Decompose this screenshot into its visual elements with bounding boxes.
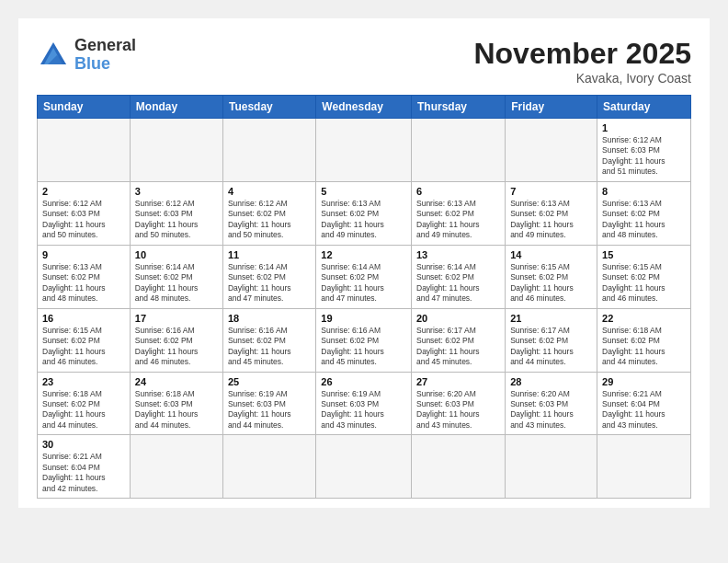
calendar-table: Sunday Monday Tuesday Wednesday Thursday… — [37, 95, 691, 499]
day-19: 19 Sunrise: 6:16 AMSunset: 6:02 PMDaylig… — [316, 308, 412, 372]
day-26: 26 Sunrise: 6:19 AMSunset: 6:03 PMDaylig… — [316, 372, 412, 435]
month-title: November 2025 — [473, 37, 691, 71]
day-28: 28 Sunrise: 6:20 AMSunset: 6:03 PMDaylig… — [506, 372, 597, 435]
day-1: 1 Sunrise: 6:12 AMSunset: 6:03 PMDayligh… — [597, 119, 691, 182]
day-4: 4 Sunrise: 6:12 AMSunset: 6:02 PMDayligh… — [222, 181, 315, 245]
day-10: 10 Sunrise: 6:14 AMSunset: 6:02 PMDaylig… — [130, 245, 222, 308]
day-7: 7 Sunrise: 6:13 AMSunset: 6:02 PMDayligh… — [506, 181, 597, 245]
day-24: 24 Sunrise: 6:18 AMSunset: 6:03 PMDaylig… — [130, 372, 222, 435]
empty-cell — [597, 435, 691, 499]
header: General Blue November 2025 Kavaka, Ivory… — [37, 37, 691, 86]
day-15: 15 Sunrise: 6:15 AMSunset: 6:02 PMDaylig… — [597, 245, 691, 308]
day-18: 18 Sunrise: 6:16 AMSunset: 6:02 PMDaylig… — [222, 308, 315, 372]
empty-cell — [130, 435, 222, 499]
empty-cell — [316, 435, 412, 499]
day-8: 8 Sunrise: 6:13 AMSunset: 6:02 PMDayligh… — [597, 181, 691, 245]
empty-cell — [506, 435, 597, 499]
empty-cell — [412, 119, 506, 182]
header-tuesday: Tuesday — [222, 96, 315, 119]
day-17: 17 Sunrise: 6:16 AMSunset: 6:02 PMDaylig… — [130, 308, 222, 372]
day-16: 16 Sunrise: 6:15 AMSunset: 6:02 PMDaylig… — [38, 308, 131, 372]
header-thursday: Thursday — [412, 96, 506, 119]
day-2: 2 Sunrise: 6:12 AMSunset: 6:03 PMDayligh… — [38, 181, 131, 245]
weekday-header-row: Sunday Monday Tuesday Wednesday Thursday… — [38, 96, 691, 119]
week-row-1: 1 Sunrise: 6:12 AMSunset: 6:03 PMDayligh… — [38, 119, 691, 182]
day-20: 20 Sunrise: 6:17 AMSunset: 6:02 PMDaylig… — [412, 308, 506, 372]
week-row-3: 9 Sunrise: 6:13 AMSunset: 6:02 PMDayligh… — [38, 245, 691, 308]
calendar-page: General Blue November 2025 Kavaka, Ivory… — [18, 18, 710, 508]
empty-cell — [130, 119, 222, 182]
day-23: 23 Sunrise: 6:18 AMSunset: 6:02 PMDaylig… — [38, 372, 131, 435]
empty-cell — [506, 119, 597, 182]
day-25: 25 Sunrise: 6:19 AMSunset: 6:03 PMDaylig… — [222, 372, 315, 435]
empty-cell — [412, 435, 506, 499]
week-row-5: 23 Sunrise: 6:18 AMSunset: 6:02 PMDaylig… — [38, 372, 691, 435]
header-wednesday: Wednesday — [316, 96, 412, 119]
empty-cell — [222, 435, 315, 499]
day-29: 29 Sunrise: 6:21 AMSunset: 6:04 PMDaylig… — [597, 372, 691, 435]
empty-cell — [316, 119, 412, 182]
day-13: 13 Sunrise: 6:14 AMSunset: 6:02 PMDaylig… — [412, 245, 506, 308]
week-row-4: 16 Sunrise: 6:15 AMSunset: 6:02 PMDaylig… — [38, 308, 691, 372]
title-block: November 2025 Kavaka, Ivory Coast — [473, 37, 691, 86]
day-14: 14 Sunrise: 6:15 AMSunset: 6:02 PMDaylig… — [506, 245, 597, 308]
day-9: 9 Sunrise: 6:13 AMSunset: 6:02 PMDayligh… — [38, 245, 131, 308]
empty-cell — [222, 119, 315, 182]
day-6: 6 Sunrise: 6:13 AMSunset: 6:02 PMDayligh… — [412, 181, 506, 245]
week-row-2: 2 Sunrise: 6:12 AMSunset: 6:03 PMDayligh… — [38, 181, 691, 245]
day-5: 5 Sunrise: 6:13 AMSunset: 6:02 PMDayligh… — [316, 181, 412, 245]
empty-cell — [38, 119, 131, 182]
header-monday: Monday — [130, 96, 222, 119]
day-11: 11 Sunrise: 6:14 AMSunset: 6:02 PMDaylig… — [222, 245, 315, 308]
logo: General Blue — [37, 37, 136, 74]
day-27: 27 Sunrise: 6:20 AMSunset: 6:03 PMDaylig… — [412, 372, 506, 435]
day-3: 3 Sunrise: 6:12 AMSunset: 6:03 PMDayligh… — [130, 181, 222, 245]
day-30: 30 Sunrise: 6:21 AMSunset: 6:04 PMDaylig… — [38, 435, 131, 499]
day-21: 21 Sunrise: 6:17 AMSunset: 6:02 PMDaylig… — [506, 308, 597, 372]
header-sunday: Sunday — [38, 96, 131, 119]
location: Kavaka, Ivory Coast — [473, 71, 691, 86]
day-22: 22 Sunrise: 6:18 AMSunset: 6:02 PMDaylig… — [597, 308, 691, 372]
logo-icon — [37, 39, 70, 72]
header-saturday: Saturday — [597, 96, 691, 119]
logo-text: General Blue — [74, 37, 136, 74]
header-friday: Friday — [506, 96, 597, 119]
week-row-6: 30 Sunrise: 6:21 AMSunset: 6:04 PMDaylig… — [38, 435, 691, 499]
day-12: 12 Sunrise: 6:14 AMSunset: 6:02 PMDaylig… — [316, 245, 412, 308]
